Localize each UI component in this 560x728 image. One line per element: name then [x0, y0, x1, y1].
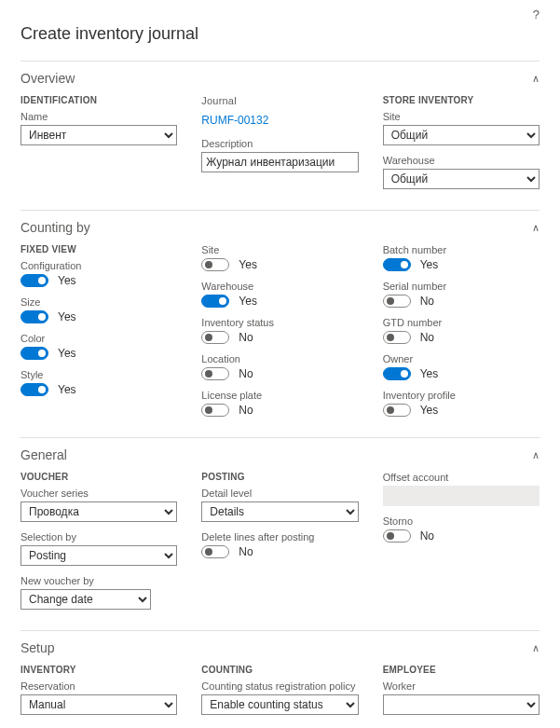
posting-heading: POSTING: [201, 472, 358, 482]
page-title: Create inventory journal: [20, 24, 540, 44]
gtdNumber-value: No: [420, 331, 434, 344]
color-label: Color: [20, 333, 177, 344]
section-overview-header[interactable]: Overview ∧: [20, 71, 540, 86]
section-general-title: General: [20, 447, 67, 462]
style-label: Style: [20, 369, 177, 380]
location-label: Location: [201, 353, 358, 364]
delete-lines-label: Delete lines after posting: [201, 531, 358, 543]
counting-heading: COUNTING: [201, 665, 358, 675]
name-label: Name: [20, 111, 177, 122]
section-setup-header[interactable]: Setup ∧: [20, 640, 540, 655]
section-general-header[interactable]: General ∧: [20, 447, 540, 462]
configuration-value: Yes: [58, 274, 76, 287]
warehouse-label: Warehouse: [383, 155, 540, 166]
reservation-label: Reservation: [20, 680, 177, 692]
journal-heading: Journal: [201, 95, 358, 106]
new-voucher-by-label: New voucher by: [20, 575, 177, 586]
inventoryProfile-value: Yes: [420, 404, 439, 417]
site-label: Site: [383, 111, 540, 122]
offset-account-input: [383, 486, 540, 506]
section-overview: Overview ∧ IDENTIFICATION Name Инвент Jo…: [20, 61, 540, 210]
new-voucher-by-select[interactable]: Change date: [20, 589, 151, 610]
voucher-series-select[interactable]: Проводка: [20, 501, 177, 522]
delete-lines-toggle[interactable]: [201, 545, 229, 558]
licensePlate-label: License plate: [201, 390, 358, 401]
section-counting-by-header[interactable]: Counting by ∧: [20, 220, 540, 235]
delete-lines-value: No: [239, 545, 253, 558]
group-identification-heading: IDENTIFICATION: [20, 95, 177, 105]
worker-label: Worker: [383, 680, 540, 692]
owner-label: Owner: [383, 353, 540, 364]
batchNumber-toggle[interactable]: [383, 258, 411, 271]
site-label: Site: [201, 244, 358, 255]
location-value: No: [239, 367, 253, 380]
inventoryStatus-label: Inventory status: [201, 317, 358, 328]
storno-value: No: [420, 529, 434, 543]
site-toggle[interactable]: [201, 258, 229, 271]
batchNumber-value: Yes: [420, 258, 439, 271]
warehouse-value: Yes: [239, 295, 257, 308]
voucher-heading: VOUCHER: [20, 472, 177, 482]
color-toggle[interactable]: [20, 347, 48, 360]
section-setup-title: Setup: [20, 640, 55, 655]
gtdNumber-label: GTD number: [383, 317, 540, 328]
section-general: General ∧ VOUCHER Voucher series Проводк…: [20, 437, 540, 630]
chevron-up-icon: ∧: [532, 449, 540, 461]
inventory-heading: INVENTORY: [20, 665, 177, 675]
voucher-series-label: Voucher series: [20, 488, 177, 499]
size-label: Size: [20, 296, 177, 308]
inventoryProfile-toggle[interactable]: [383, 404, 411, 417]
site-select[interactable]: Общий: [383, 125, 540, 145]
selection-by-select[interactable]: Posting: [20, 545, 177, 566]
offset-account-label: Offset account: [383, 472, 540, 483]
serialNumber-label: Serial number: [383, 281, 540, 292]
description-label: Description: [201, 138, 358, 149]
selection-by-label: Selection by: [20, 531, 177, 543]
section-overview-title: Overview: [20, 71, 75, 86]
detail-level-label: Detail level: [201, 488, 358, 499]
section-setup: Setup ∧ INVENTORY Reservation Manual COU…: [20, 630, 540, 728]
inventoryStatus-value: No: [239, 331, 253, 344]
batchNumber-label: Batch number: [383, 244, 540, 255]
reservation-select[interactable]: Manual: [20, 694, 177, 715]
site-value: Yes: [239, 258, 257, 271]
counting-policy-select[interactable]: Enable counting status regist...: [201, 694, 358, 715]
licensePlate-toggle[interactable]: [201, 404, 229, 417]
color-value: Yes: [58, 347, 76, 360]
serialNumber-toggle[interactable]: [383, 295, 411, 308]
style-toggle[interactable]: [20, 383, 48, 396]
configuration-label: Configuration: [20, 260, 177, 271]
group-store-inventory-heading: STORE INVENTORY: [383, 95, 540, 105]
fixed-view-heading: FIXED VIEW: [20, 244, 177, 254]
chevron-up-icon: ∧: [532, 642, 540, 654]
style-value: Yes: [58, 383, 76, 396]
name-select[interactable]: Инвент: [20, 125, 177, 145]
chevron-up-icon: ∧: [532, 222, 540, 234]
chevron-up-icon: ∧: [532, 73, 540, 85]
storno-toggle[interactable]: [383, 529, 411, 543]
journal-id-link[interactable]: RUMF-00132: [201, 112, 268, 129]
detail-level-select[interactable]: Details: [201, 501, 358, 522]
counting-policy-label: Counting status registration policy: [201, 680, 358, 692]
employee-heading: EMPLOYEE: [383, 665, 540, 675]
gtdNumber-toggle[interactable]: [383, 331, 411, 344]
configuration-toggle[interactable]: [20, 274, 48, 287]
licensePlate-value: No: [239, 404, 253, 417]
section-counting-by-title: Counting by: [20, 220, 90, 235]
serialNumber-value: No: [420, 295, 434, 308]
size-value: Yes: [58, 310, 76, 323]
worker-select[interactable]: [383, 694, 540, 715]
help-icon[interactable]: ?: [533, 7, 540, 21]
warehouse-label: Warehouse: [201, 281, 358, 292]
warehouse-select[interactable]: Общий: [383, 169, 540, 189]
section-counting-by: Counting by ∧ FIXED VIEW ConfigurationYe…: [20, 210, 540, 437]
description-input[interactable]: [201, 152, 358, 172]
warehouse-toggle[interactable]: [201, 295, 229, 308]
size-toggle[interactable]: [20, 310, 48, 323]
location-toggle[interactable]: [201, 367, 229, 380]
inventoryStatus-toggle[interactable]: [201, 331, 229, 344]
owner-value: Yes: [420, 367, 439, 380]
owner-toggle[interactable]: [383, 367, 411, 380]
storno-label: Storno: [383, 515, 540, 527]
inventoryProfile-label: Inventory profile: [383, 390, 540, 401]
